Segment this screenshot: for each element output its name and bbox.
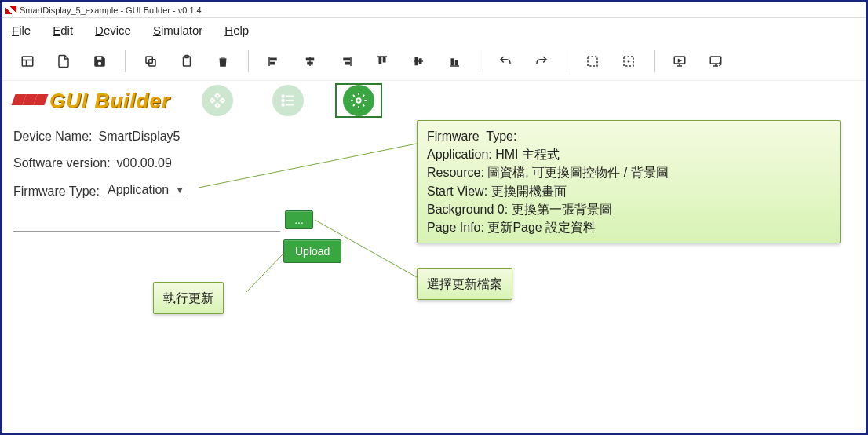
svg-rect-17	[379, 57, 381, 64]
svg-point-37	[282, 100, 284, 102]
toolbar	[2, 42, 866, 81]
titlebar: SmartDisplay_5_example - GUI Builder - v…	[2, 2, 866, 18]
upload-button[interactable]: Upload	[283, 239, 341, 263]
redo-icon[interactable]	[527, 47, 556, 75]
svg-rect-8	[271, 58, 277, 60]
firmware-type-value: Application	[108, 183, 169, 197]
svg-marker-31	[679, 59, 681, 61]
svg-rect-18	[384, 57, 385, 61]
chevron-down-icon: ▼	[175, 185, 184, 196]
svg-rect-25	[588, 57, 597, 66]
separator	[125, 50, 126, 72]
svg-line-44	[246, 254, 283, 293]
paste-icon[interactable]	[173, 47, 201, 75]
align-top-icon[interactable]	[368, 47, 396, 75]
crop-icon[interactable]	[615, 47, 643, 75]
svg-rect-0	[22, 57, 33, 66]
menubar: File Edit Device Simulator Help	[2, 18, 866, 42]
svg-rect-20	[415, 57, 417, 64]
device-name-label: Device Name:	[13, 130, 92, 144]
separator	[654, 50, 655, 72]
brand-row: GUI Builder	[2, 81, 866, 120]
menu-simulator[interactable]: Simulator	[153, 24, 202, 37]
svg-rect-9	[271, 62, 275, 64]
content-area: Device Name: SmartDisplay5 Software vers…	[2, 120, 866, 241]
separator	[480, 50, 480, 72]
svg-rect-21	[420, 59, 421, 64]
app-window: SmartDisplay_5_example - GUI Builder - v…	[0, 0, 868, 435]
menu-device[interactable]: Device	[95, 24, 131, 37]
menu-file[interactable]: File	[12, 24, 31, 37]
svg-point-39	[282, 104, 284, 106]
callout-select-file: 選擇更新檔案	[417, 268, 512, 300]
svg-point-35	[282, 95, 284, 97]
firmware-type-label: Firmware Type:	[13, 185, 100, 199]
align-center-h-icon[interactable]	[296, 47, 324, 75]
callout-firmware-help: Firmware Type: Application: HMI 主程式 Reso…	[417, 120, 841, 243]
tab-settings[interactable]	[335, 83, 382, 118]
svg-rect-24	[456, 60, 458, 64]
separator	[567, 50, 567, 72]
svg-rect-12	[308, 62, 312, 64]
window-title: SmartDisplay_5_example - GUI Builder - v…	[20, 5, 202, 15]
display-icon[interactable]	[666, 47, 694, 75]
svg-rect-15	[345, 62, 349, 64]
device-name-value: SmartDisplay5	[98, 130, 180, 144]
open-icon[interactable]	[49, 47, 78, 75]
svg-rect-11	[307, 58, 314, 60]
software-version-value: v00.00.09	[117, 156, 172, 170]
svg-rect-23	[451, 59, 453, 65]
firmware-type-dropdown[interactable]: Application ▼	[106, 183, 188, 199]
new-icon[interactable]	[13, 47, 42, 75]
brand-text: GUI Builder	[49, 89, 170, 113]
app-icon	[5, 6, 16, 14]
software-version-label: Software version:	[13, 156, 111, 170]
svg-rect-14	[344, 58, 350, 60]
delete-icon[interactable]	[209, 47, 237, 75]
separator	[248, 50, 249, 72]
align-bottom-icon[interactable]	[440, 47, 469, 75]
logo-icon	[13, 91, 45, 110]
menu-help[interactable]: Help	[224, 24, 249, 37]
align-middle-icon[interactable]	[404, 47, 432, 75]
align-right-icon[interactable]	[332, 47, 360, 75]
browse-button[interactable]: ...	[285, 210, 313, 229]
callout-run-update: 執行更新	[153, 282, 224, 314]
svg-point-41	[356, 98, 361, 103]
save-icon[interactable]	[86, 47, 114, 75]
selection-icon[interactable]	[578, 47, 607, 75]
tab-list[interactable]	[264, 83, 312, 118]
svg-point-27	[628, 60, 629, 62]
menu-edit[interactable]: Edit	[53, 24, 73, 37]
deploy-icon[interactable]	[702, 47, 730, 75]
align-left-icon[interactable]	[260, 47, 288, 75]
tab-design[interactable]	[194, 83, 241, 118]
divider	[13, 231, 280, 232]
copy-icon[interactable]	[137, 47, 165, 75]
undo-icon[interactable]	[491, 47, 520, 75]
